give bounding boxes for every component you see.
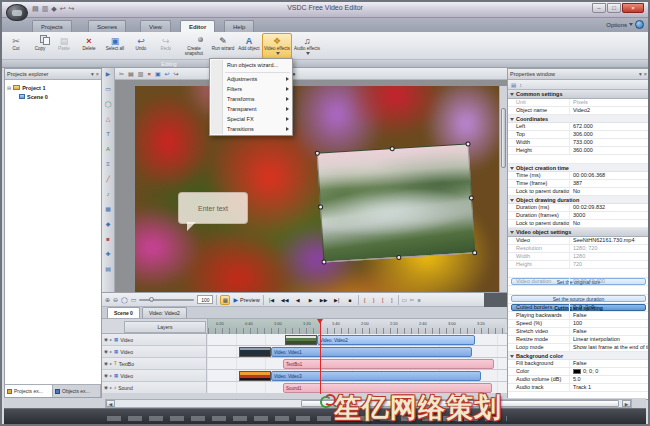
scene-copy-icon[interactable]: ▤ — [128, 70, 134, 77]
maximize-button[interactable]: □ — [607, 3, 621, 13]
expand-chevron-icon[interactable]: ▸ — [110, 373, 112, 378]
ellipse-tool-icon[interactable]: ◯ — [105, 101, 112, 108]
scene-delete-icon[interactable]: × — [147, 71, 151, 77]
menu-item-transitions[interactable]: Transitions — [210, 124, 292, 134]
property-row[interactable]: Time (ms)00:00:06.368 — [508, 172, 649, 180]
track-lane[interactable]: TextBo1 — [207, 358, 507, 369]
resize-handle-nw[interactable] — [315, 151, 320, 156]
property-row[interactable]: Resolution1280; 720 — [508, 245, 649, 253]
delete-button[interactable]: × Delete — [76, 33, 102, 59]
paste-button[interactable]: ▤ Paste — [52, 33, 76, 59]
frame-mode-button[interactable]: ▦ — [220, 295, 230, 305]
tab-help[interactable]: Help — [224, 20, 254, 32]
categorize-icon[interactable]: ▤ — [511, 82, 516, 88]
tree-item-scene[interactable]: Scene 0 — [7, 92, 99, 101]
property-row[interactable]: Lock to parent durationNo — [508, 188, 649, 196]
clip-bar-video2[interactable]: Video: Video2 — [317, 335, 475, 345]
fast-forward-button[interactable]: ▶▶ — [319, 297, 329, 303]
redo-button[interactable]: ↪ Redo — [154, 33, 178, 59]
tab-objects-explorer[interactable]: Objects ex... — [53, 385, 101, 397]
clip-bar-video3[interactable]: Video: Video3 — [271, 371, 481, 381]
zoom-region-icon[interactable]: ▭ — [131, 296, 137, 303]
property-row[interactable]: Width1280 — [508, 253, 649, 261]
split-tool-icon[interactable]: ▭ — [402, 297, 407, 303]
pin-icon[interactable]: ▾ — [91, 71, 94, 77]
region-start-icon[interactable]: [ — [380, 297, 386, 303]
text-placeholder-bubble[interactable]: Enter text — [178, 192, 248, 224]
track-header[interactable]: ◉ ▸ ▦ Video — [102, 346, 207, 357]
visibility-eye-icon[interactable]: ◉ — [104, 385, 108, 390]
property-row[interactable]: Time (frame)387 — [508, 180, 649, 188]
visibility-eye-icon[interactable]: ◉ — [104, 337, 108, 342]
property-row[interactable]: Duration (frames)3000 — [508, 212, 649, 220]
visibility-eye-icon[interactable]: ◉ — [104, 373, 108, 378]
menu-item-transparent[interactable]: Transparent — [210, 104, 292, 114]
cut-button[interactable]: ✂ Cut — [4, 33, 28, 59]
scene-vertical-scrollbar[interactable] — [499, 86, 507, 292]
property-row[interactable]: Lock to parent durationNo — [508, 220, 649, 228]
run-wizard-button[interactable]: ✎ Run wizard — [210, 33, 236, 59]
slider-thumb[interactable] — [149, 297, 154, 302]
property-row[interactable]: Top306.000 — [508, 131, 649, 139]
options-dropdown[interactable]: Options — [606, 20, 644, 29]
tab-video-video2[interactable]: Video: Video2 — [142, 307, 187, 318]
step-back-button[interactable]: ◀ — [293, 297, 303, 303]
zoom-fit-icon[interactable]: ◯ — [121, 296, 128, 303]
scene-select-icon[interactable]: ▣ — [155, 70, 161, 77]
create-snapshot-button[interactable]: Create snapshot — [178, 33, 210, 59]
property-row[interactable]: Left672.000 — [508, 123, 649, 131]
clip-thumbnail[interactable] — [285, 335, 317, 345]
video-preview[interactable]: Enter text — [135, 86, 499, 292]
stop-button[interactable]: ■ — [345, 297, 355, 303]
section-common-settings[interactable]: Common settings — [508, 90, 649, 99]
scrollbar-thumb[interactable] — [501, 108, 506, 168]
go-start-button[interactable]: |◀ — [267, 297, 277, 303]
menu-item-special-fx[interactable]: Special FX — [210, 114, 292, 124]
track-header[interactable]: ◉ ▸ ▦ Video — [102, 334, 207, 345]
mark-out-icon[interactable]: } — [371, 297, 377, 303]
clip-thumbnail[interactable] — [239, 347, 271, 357]
video-effects-button[interactable]: ❖ Video effects — [262, 33, 292, 59]
menu-item-adjustments[interactable]: Adjustments — [210, 74, 292, 84]
clip-thumbnail[interactable] — [239, 371, 271, 381]
zoom-in-icon[interactable]: ⊕ — [105, 296, 110, 303]
layers-header[interactable]: Layers — [124, 321, 206, 333]
undo-button[interactable]: ↩ Undo — [128, 33, 154, 59]
rewind-button[interactable]: ◀◀ — [280, 297, 290, 303]
property-row[interactable]: Stretch videoFalse — [508, 328, 649, 336]
clip-bar-textbox[interactable]: TextBo1 — [283, 359, 494, 369]
property-row-color[interactable]: Color0; 0; 0 — [508, 368, 649, 376]
tree-item-project[interactable]: ⊟ Project 1 — [7, 83, 99, 92]
section-video-object-settings[interactable]: Video object settings — [508, 228, 649, 237]
subtitle-tool-icon[interactable]: A — [106, 146, 110, 153]
rectangle-tool-icon[interactable]: ▭ — [105, 86, 111, 93]
pointer-tool-icon[interactable]: ▶ — [106, 71, 111, 78]
cut-tool-icon[interactable]: ✂ — [410, 297, 415, 303]
video-overlay-selected[interactable] — [317, 143, 475, 262]
property-row[interactable]: Playing backwardsFalse — [508, 312, 649, 320]
property-row[interactable]: Duration (ms)00:02:09.832 — [508, 204, 649, 212]
property-row[interactable]: Width733.000 — [508, 139, 649, 147]
menu-item-transforms[interactable]: Transforms — [210, 94, 292, 104]
scroll-left-arrow[interactable]: ◀ — [106, 400, 115, 407]
preview-button[interactable]: ▶ Preview — [233, 296, 259, 303]
visibility-eye-icon[interactable]: ◉ — [104, 361, 108, 366]
section-object-drawing-duration[interactable]: Object drawing duration — [508, 196, 649, 204]
copy-button[interactable]: Copy — [28, 33, 52, 59]
add-tool-icon[interactable]: ✚ — [105, 251, 110, 258]
property-row[interactable]: Loop modeShow last frame at the end of t… — [508, 344, 649, 352]
section-background-color[interactable]: Background color — [508, 352, 649, 360]
panel-close-icon[interactable]: × — [96, 71, 99, 77]
track-lane[interactable]: Video: Video3 — [207, 370, 507, 381]
tab-scenes[interactable]: Scenes — [88, 20, 126, 32]
mark-in-icon[interactable]: { — [362, 297, 368, 303]
layers-tool-icon[interactable]: ≡ — [417, 297, 420, 303]
close-button[interactable]: × — [622, 3, 644, 13]
expand-chevron-icon[interactable]: ▸ — [110, 337, 112, 342]
properties-pin-icon[interactable]: ▾ — [639, 71, 642, 77]
resize-handle-w[interactable] — [318, 204, 323, 209]
timeline-zoom-slider[interactable] — [139, 299, 194, 301]
video-tool-icon[interactable]: ▦ — [105, 206, 111, 213]
scroll-right-arrow[interactable]: ▶ — [622, 400, 631, 407]
scene-cut-icon[interactable]: ✂ — [119, 70, 124, 77]
